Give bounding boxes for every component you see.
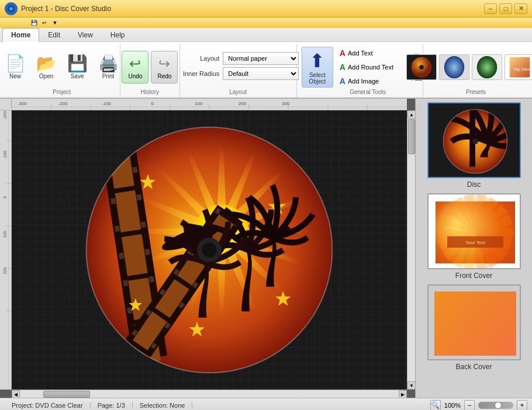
ribbon-group-history: ↩ Undo ↪ Redo History xyxy=(120,44,180,98)
print-button[interactable]: 🖨️ Print xyxy=(94,53,123,82)
history-group-label: History xyxy=(141,88,159,98)
panel-item-back-cover[interactable]: Back Cover xyxy=(419,284,528,371)
ribbon-tabs: Home Edit View Help xyxy=(0,28,532,41)
add-image-icon: A xyxy=(340,77,346,86)
zoom-slider[interactable] xyxy=(478,402,513,409)
presets-row: my travel xyxy=(406,54,532,80)
preset-2[interactable] xyxy=(439,54,469,80)
disc-canvas[interactable] xyxy=(12,110,407,390)
open-icon: 📂 xyxy=(36,55,57,72)
qa-save[interactable]: 💾 xyxy=(29,19,39,27)
qa-dropdown[interactable]: ▼ xyxy=(50,19,60,27)
layout-select[interactable]: Normal paper A4 Letter xyxy=(223,52,299,65)
select-object-button[interactable]: ⬆ SelectObject xyxy=(302,47,333,88)
ribbon-group-project: 📄 New 📂 Open 💾 Save 🖨️ Print Project xyxy=(4,44,120,98)
tab-edit[interactable]: Edit xyxy=(39,28,69,41)
zoom-minus-button[interactable]: − xyxy=(464,400,475,411)
svg-text:0: 0 xyxy=(4,196,8,198)
svg-text:100: 100 xyxy=(4,231,8,238)
status-page: Page: 1/3 xyxy=(91,402,133,409)
layout-group-label: Layout xyxy=(229,88,247,98)
redo-button[interactable]: ↪ Redo xyxy=(151,51,178,84)
close-button[interactable]: ✕ xyxy=(514,4,527,14)
svg-point-7 xyxy=(420,66,423,68)
canvas-area: -300 -200 -100 0 100 200 300 xyxy=(0,99,415,398)
title-bar: Project 1 - Disc Cover Studio − □ ✕ xyxy=(0,0,532,18)
svg-point-9 xyxy=(444,56,465,78)
back-cover-thumb xyxy=(427,284,521,360)
ribbon: Home Edit View Help 📄 New 📂 Open 💾 Save xyxy=(0,28,532,99)
add-round-text-button[interactable]: A Add Round Text xyxy=(336,61,398,74)
status-project: Project: DVD Case Clear xyxy=(5,402,91,409)
scrollbar-vertical[interactable]: ▲ ▼ xyxy=(407,110,415,390)
main-area: -300 -200 -100 0 100 200 300 xyxy=(0,99,532,398)
redo-icon: ↪ xyxy=(158,55,170,72)
new-icon: 📄 xyxy=(5,55,26,72)
zoom-level: 100% xyxy=(444,402,461,409)
scroll-up-arrow[interactable]: ▲ xyxy=(407,110,415,119)
svg-point-2 xyxy=(11,8,12,9)
preset-3[interactable] xyxy=(472,54,502,80)
zoom-slider-thumb[interactable] xyxy=(495,402,502,409)
save-button[interactable]: 💾 Save xyxy=(63,53,92,82)
tab-home[interactable]: Home xyxy=(2,28,39,42)
save-icon: 💾 xyxy=(67,55,88,72)
general-tools-group-label: General Tools xyxy=(350,88,386,98)
svg-text:-200: -200 xyxy=(58,102,68,107)
tab-help[interactable]: Help xyxy=(102,28,134,41)
svg-text:-300: -300 xyxy=(18,102,27,107)
scrollbar-horizontal[interactable]: ◀ ▶ xyxy=(12,390,407,398)
title-bar-controls: − □ ✕ xyxy=(484,4,527,14)
back-cover-label: Back Cover xyxy=(455,363,492,371)
svg-point-11 xyxy=(477,56,498,78)
scroll-left-arrow[interactable]: ◀ xyxy=(12,390,20,398)
svg-text:-100: -100 xyxy=(4,150,8,159)
panel-item-front-cover[interactable]: Front Cover xyxy=(419,193,528,280)
status-right: 🔍 100% − + xyxy=(430,400,527,411)
ribbon-group-general-tools: ⬆ SelectObject A Add Text A Add Round Te… xyxy=(297,44,423,98)
layout-section: Layout Normal paper A4 Letter Inner Radi… xyxy=(177,44,299,88)
undo-button[interactable]: ↩ Undo xyxy=(122,51,148,84)
maximize-button[interactable]: □ xyxy=(499,4,512,14)
right-panel: Disc Front Cover Back Cover xyxy=(415,99,532,398)
vertical-ruler: -200 -100 0 100 200 xyxy=(0,110,12,390)
history-buttons: ↩ Undo ↪ Redo xyxy=(122,44,178,88)
zoom-out-button[interactable]: 🔍 xyxy=(430,400,441,411)
scroll-thumb-vertical[interactable] xyxy=(408,119,415,154)
ribbon-group-presets: my travel ▲ ▼ Presets xyxy=(423,44,528,98)
quick-access-toolbar: 💾 ↩ ▼ xyxy=(0,18,532,28)
project-buttons: 📄 New 📂 Open 💾 Save 🖨️ Print xyxy=(1,44,123,88)
svg-text:200: 200 xyxy=(239,102,247,107)
preset-4[interactable]: my travel xyxy=(505,54,532,80)
inner-radius-select[interactable]: Default Small Large xyxy=(223,67,299,80)
qa-undo[interactable]: ↩ xyxy=(40,19,49,27)
scroll-right-arrow[interactable]: ▶ xyxy=(399,390,407,398)
add-image-label: Add Image xyxy=(348,78,379,85)
redo-label: Redo xyxy=(157,73,171,79)
add-text-button[interactable]: A Add Text xyxy=(336,47,398,60)
add-round-text-label: Add Round Text xyxy=(348,64,393,71)
select-object-icon: ⬆ xyxy=(309,50,325,72)
print-label: Print xyxy=(102,73,115,79)
svg-text:-100: -100 xyxy=(102,102,112,107)
horizontal-ruler: -300 -200 -100 0 100 200 300 xyxy=(12,99,407,110)
scroll-thumb-horizontal[interactable] xyxy=(43,391,90,398)
tab-view[interactable]: View xyxy=(69,28,102,41)
new-button[interactable]: 📄 New xyxy=(1,53,30,82)
canvas-content xyxy=(12,110,407,390)
zoom-plus-button[interactable]: + xyxy=(517,400,527,411)
title-bar-left: Project 1 - Disc Cover Studio xyxy=(5,2,111,15)
disc-thumb xyxy=(427,102,521,178)
minimize-button[interactable]: − xyxy=(484,4,497,14)
svg-text:100: 100 xyxy=(195,102,203,107)
panel-item-disc[interactable]: Disc xyxy=(419,102,528,189)
add-image-button[interactable]: A Add Image xyxy=(336,75,398,88)
disc-label: Disc xyxy=(467,180,481,189)
add-round-text-icon: A xyxy=(340,62,346,72)
open-button[interactable]: 📂 Open xyxy=(32,53,61,82)
undo-icon: ↩ xyxy=(129,55,141,72)
scroll-down-arrow[interactable]: ▼ xyxy=(407,381,415,390)
presets-group-label: Presets xyxy=(466,88,486,98)
inner-radius-label: Inner Radius xyxy=(177,70,219,77)
preset-1[interactable] xyxy=(406,54,437,80)
